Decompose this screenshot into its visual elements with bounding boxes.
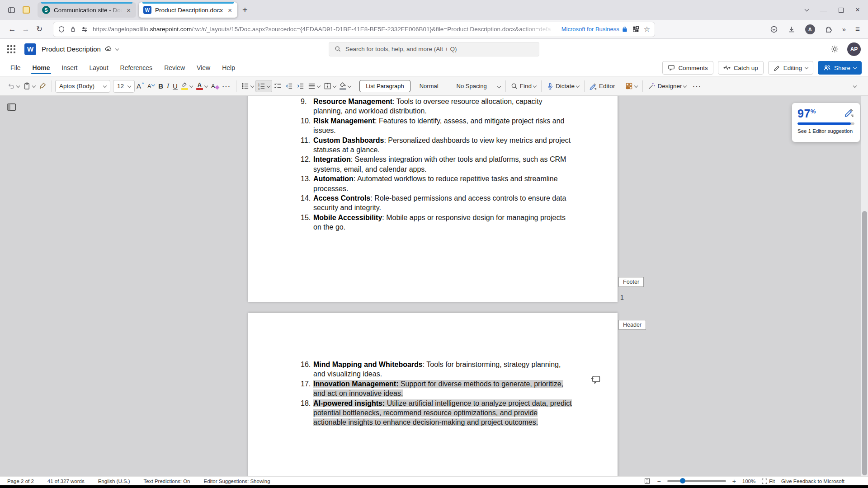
list-item[interactable]: 16.Mind Mapping and Whiteboards: Tools f… (301, 360, 572, 379)
lock-icon[interactable] (70, 26, 76, 33)
align-button[interactable] (306, 80, 322, 92)
pinned-tab-favicon[interactable] (23, 6, 30, 14)
borders-button[interactable] (322, 80, 338, 92)
add-comment-marker[interactable] (590, 374, 601, 385)
tab-close-icon[interactable]: × (227, 6, 233, 14)
list-all-tabs-icon[interactable] (805, 7, 809, 12)
ribbon-tab-help[interactable]: Help (216, 61, 241, 75)
zoom-out-button[interactable]: − (657, 478, 660, 485)
designer-button[interactable]: Designer (646, 80, 688, 92)
catch-up-button[interactable]: Catch up (718, 61, 764, 75)
status-item[interactable]: Editor Suggestions: Showing (204, 479, 270, 484)
more-font-options-button[interactable]: ··· (221, 81, 233, 91)
list-item[interactable]: 12.Integration: Seamless integration wit… (301, 155, 572, 174)
highlight-color-button[interactable] (179, 80, 194, 92)
format-painter-button[interactable] (37, 80, 48, 92)
more-ribbon-button[interactable]: ··· (691, 81, 703, 91)
shrink-font-button[interactable]: A (146, 81, 156, 91)
share-button[interactable]: Share (818, 61, 862, 75)
style-list-paragraph[interactable]: List Paragraph (359, 80, 410, 92)
clear-formatting-button[interactable]: A (209, 81, 221, 91)
browser-tab-communication-site[interactable]: S Communication site - Documen × (38, 2, 136, 18)
ribbon-tab-insert[interactable]: Insert (56, 61, 83, 75)
sponsored-link[interactable]: Microsoft for Business (561, 26, 628, 33)
list-item[interactable]: 15.Mobile Accessibility: Mobile apps or … (301, 213, 572, 232)
reading-view-icon[interactable] (644, 478, 651, 484)
ribbon-tab-review[interactable]: Review (158, 61, 191, 75)
editor-suggestion-link[interactable]: See 1 Editor suggestion (797, 128, 854, 134)
underline-button[interactable]: U (171, 80, 179, 92)
shield-icon[interactable] (58, 26, 65, 33)
italic-button[interactable]: I (165, 80, 171, 92)
word-logo-icon[interactable]: W (24, 43, 36, 55)
font-size-select[interactable]: 12 (113, 80, 135, 93)
editing-mode-button[interactable]: Editing (768, 61, 813, 75)
find-button[interactable]: Find (509, 81, 538, 92)
status-item[interactable]: Text Predictions: On (144, 479, 190, 484)
pocket-icon[interactable] (770, 25, 778, 33)
new-tab-button[interactable]: + (242, 5, 248, 15)
list-item[interactable]: 9.Resource Management: Tools to oversee … (301, 97, 572, 116)
zoom-slider[interactable] (667, 480, 726, 482)
dictate-button[interactable]: Dictate (545, 81, 581, 92)
user-avatar[interactable]: AP (847, 42, 861, 56)
app-launcher-icon[interactable] (7, 45, 15, 53)
style-gallery-chevron[interactable] (497, 84, 501, 88)
list-item[interactable]: 11.Custom Dashboards: Personalized dashb… (301, 136, 572, 155)
style-normal[interactable]: Normal (410, 80, 448, 92)
status-item[interactable]: 41 of 327 words (47, 479, 85, 484)
ribbon-tab-home[interactable]: Home (27, 61, 56, 75)
forward-button[interactable]: → (19, 25, 33, 34)
list-item[interactable]: 13.Automation: Automated workflows to re… (301, 174, 572, 193)
collapse-ribbon-chevron[interactable] (853, 84, 857, 87)
feedback-link[interactable]: Give Feedback to Microsoft (781, 479, 844, 484)
undo-button[interactable] (5, 80, 21, 92)
back-button[interactable]: ← (5, 25, 19, 34)
vertical-scrollbar[interactable] (861, 96, 868, 476)
ribbon-tab-references[interactable]: References (114, 61, 159, 75)
permissions-icon[interactable] (81, 26, 88, 33)
scrollbar-thumb[interactable] (862, 211, 867, 475)
shading-button[interactable] (338, 80, 353, 92)
containers-icon[interactable] (632, 26, 639, 33)
ribbon-tab-file[interactable]: File (5, 61, 27, 75)
list-item[interactable]: 10.Risk Management: Features to identify… (301, 116, 572, 136)
settings-gear-icon[interactable] (830, 45, 839, 53)
hamburger-menu-icon[interactable]: ≡ (855, 25, 860, 34)
increase-indent-button[interactable] (295, 80, 306, 92)
window-close-button[interactable]: × (855, 5, 860, 14)
list-item[interactable]: 17.Innovation Management: Support for di… (301, 379, 572, 399)
window-maximize-button[interactable] (839, 8, 844, 13)
search-bar[interactable]: Search for tools, help, and more (Alt + … (329, 42, 539, 56)
tab-close-icon[interactable]: × (126, 6, 132, 14)
url-text[interactable]: https://angelopaolillo.sharepoint.com/:w… (93, 26, 557, 33)
header-tag[interactable]: Header (618, 320, 646, 330)
bullets-button[interactable] (240, 80, 255, 92)
status-item[interactable]: Page 2 of 2 (7, 479, 34, 484)
navigation-pane-toggle[interactable] (6, 102, 17, 113)
ribbon-tab-view[interactable]: View (191, 61, 216, 75)
editor-score-card[interactable]: 97% See 1 Editor suggestion (792, 103, 860, 142)
bold-button[interactable]: B (156, 80, 165, 92)
numbering-button[interactable]: 123 (255, 80, 272, 92)
paste-button[interactable] (21, 80, 37, 92)
extensions-puzzle-icon[interactable] (825, 25, 833, 33)
decrease-indent-button[interactable] (283, 80, 295, 92)
bookmark-star-icon[interactable]: ☆ (644, 25, 650, 33)
title-chevron-icon[interactable] (115, 47, 119, 50)
font-name-select[interactable]: Aptos (Body) (55, 80, 110, 93)
zoom-level[interactable]: 100% (742, 479, 755, 484)
saved-cloud-icon[interactable] (104, 45, 112, 53)
list-item[interactable]: 14.Access Controls: Role-based permissio… (301, 193, 572, 213)
zoom-in-button[interactable]: + (732, 478, 736, 485)
reload-button[interactable]: ↻ (33, 24, 46, 34)
downloads-icon[interactable] (788, 25, 796, 33)
style-no-spacing[interactable]: No Spacing (448, 80, 496, 92)
account-icon[interactable]: A (805, 24, 815, 34)
zoom-slider-thumb[interactable] (680, 478, 685, 483)
url-bar[interactable]: https://angelopaolillo.sharepoint.com/:w… (53, 22, 655, 37)
grow-font-button[interactable]: A^ (135, 80, 146, 92)
document-title[interactable]: Product Description (42, 45, 118, 53)
addins-button[interactable] (623, 80, 639, 92)
footer-tag[interactable]: Footer (618, 277, 644, 287)
